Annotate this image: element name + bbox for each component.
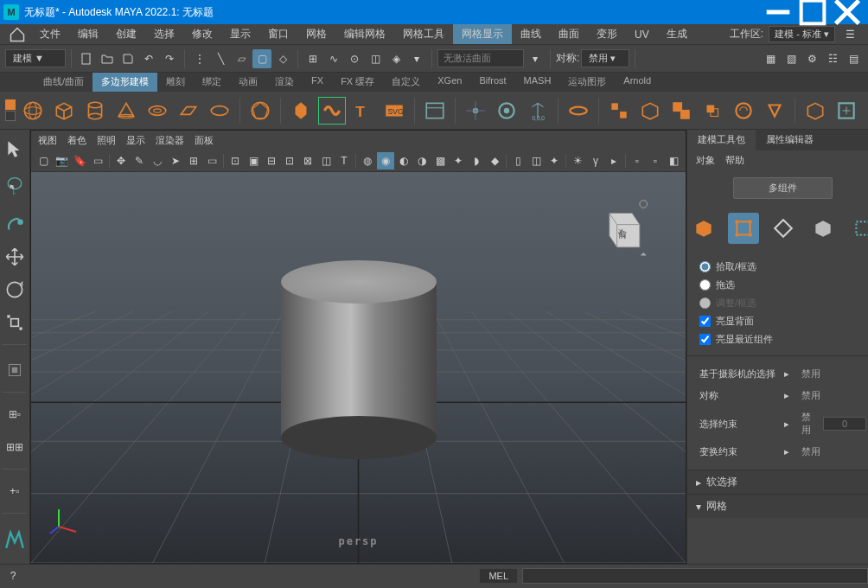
move-tool-icon[interactable] bbox=[0, 242, 29, 272]
vp-menu-renderer[interactable]: 渲染器 bbox=[156, 134, 184, 147]
snap-curve-icon[interactable]: ∿ bbox=[324, 49, 343, 68]
four-view-icon[interactable]: ⊞⊞ bbox=[0, 432, 29, 462]
menu-mesh-tools[interactable]: 网格工具 bbox=[394, 24, 453, 44]
menu-modify[interactable]: 修改 bbox=[183, 24, 221, 44]
vertex-mode-icon[interactable] bbox=[728, 213, 759, 244]
vp-film-gate-icon[interactable]: ▭ bbox=[203, 152, 220, 169]
sweep-mesh-icon[interactable] bbox=[318, 97, 346, 125]
construction-plane-icon[interactable] bbox=[462, 97, 489, 125]
vp-object-display2-icon[interactable]: ▫ bbox=[647, 152, 664, 169]
check-highlight-nearest[interactable]: 亮显最近组件 bbox=[699, 330, 866, 348]
vp-menu-show[interactable]: 显示 bbox=[126, 134, 145, 147]
viewcube[interactable]: 前 右 bbox=[590, 198, 651, 259]
channel-box-icon[interactable]: ▦ bbox=[761, 49, 780, 68]
save-scene-icon[interactable] bbox=[118, 49, 137, 68]
maximize-button[interactable] bbox=[795, 0, 830, 24]
undo-icon[interactable]: ↶ bbox=[139, 49, 158, 68]
platonic-icon[interactable] bbox=[246, 97, 274, 125]
boolean-icon[interactable] bbox=[667, 97, 695, 125]
vp-exposure-icon[interactable]: ☀ bbox=[569, 152, 586, 169]
vp-menu-lighting[interactable]: 照明 bbox=[97, 134, 116, 147]
disc-icon[interactable] bbox=[206, 97, 233, 125]
viewport-3d[interactable]: 前 右 persp bbox=[31, 172, 686, 563]
menu-display[interactable]: 显示 bbox=[221, 24, 259, 44]
scale-tool-icon[interactable] bbox=[0, 308, 29, 337]
cone-icon[interactable] bbox=[112, 97, 140, 125]
shelf-tab-render[interactable]: 渲染 bbox=[266, 73, 303, 92]
shelf-tab-curves[interactable]: 曲线/曲面 bbox=[35, 73, 93, 92]
superellipse-icon[interactable] bbox=[287, 97, 315, 125]
vp-image-plane-icon[interactable]: ▭ bbox=[89, 152, 106, 169]
shelf-tab-xgen[interactable]: XGen bbox=[429, 73, 470, 92]
menu-edit-mesh[interactable]: 编辑网格 bbox=[335, 24, 394, 44]
shelf-tab-fx[interactable]: FX bbox=[303, 73, 332, 92]
modeling-toolkit-icon[interactable]: ▤ bbox=[844, 49, 863, 68]
command-input[interactable] bbox=[522, 568, 868, 584]
vp-xray-icon[interactable]: ◫ bbox=[527, 152, 545, 169]
live-surface-field[interactable]: 无激活曲面 bbox=[437, 49, 524, 67]
vp-gate-mask-icon[interactable]: ▣ bbox=[245, 152, 262, 169]
extrude-icon[interactable] bbox=[699, 97, 726, 125]
rotate-tool-icon[interactable] bbox=[0, 275, 29, 304]
radio-pick-marquee[interactable]: 拾取/框选 bbox=[699, 258, 866, 276]
separate-icon[interactable] bbox=[605, 97, 633, 125]
cube-icon[interactable] bbox=[50, 97, 78, 125]
soft-select-icon[interactable] bbox=[493, 97, 520, 125]
vp-safe-title-icon[interactable]: ⊠ bbox=[299, 152, 316, 169]
layer-editor-icon[interactable]: ▧ bbox=[782, 49, 801, 68]
vp-shadows-icon[interactable]: ▩ bbox=[431, 152, 449, 169]
workspace-menu-icon[interactable]: ☰ bbox=[840, 25, 859, 44]
vp-arrow-icon[interactable]: ➤ bbox=[167, 152, 184, 169]
close-button[interactable] bbox=[830, 0, 865, 24]
attr-editor-icon[interactable]: ☷ bbox=[823, 49, 842, 68]
radio-drag[interactable]: 拖选 bbox=[699, 276, 866, 294]
vp-grease-pencil-icon[interactable]: ✎ bbox=[131, 152, 148, 169]
menu-deform[interactable]: 变形 bbox=[588, 24, 626, 44]
object-mode-icon[interactable] bbox=[688, 213, 719, 244]
more-tools-icon[interactable] bbox=[833, 97, 860, 125]
select-vertex-icon[interactable]: ⋮ bbox=[190, 49, 209, 68]
shelf-tab-bifrost[interactable]: Bifrost bbox=[470, 73, 514, 92]
select-object-icon[interactable]: ▢ bbox=[252, 49, 271, 68]
tool-settings-icon[interactable]: ⚙ bbox=[802, 49, 821, 68]
snap-live-icon[interactable]: ◈ bbox=[386, 49, 405, 68]
shelf-tab-rigging[interactable]: 绑定 bbox=[194, 73, 230, 92]
cylinder-object[interactable] bbox=[281, 260, 437, 459]
snap-toggle-icon[interactable]: ▾ bbox=[407, 49, 426, 68]
vp-smooth-shade-icon[interactable]: ◉ bbox=[377, 152, 394, 169]
bridge-icon[interactable] bbox=[730, 97, 757, 125]
live-surface-toggle-icon[interactable]: ▾ bbox=[526, 49, 545, 68]
vp-menu-panels[interactable]: 面板 bbox=[195, 134, 214, 147]
cylinder-icon[interactable] bbox=[81, 97, 109, 125]
vp-menu-view[interactable]: 视图 bbox=[38, 134, 57, 147]
menu-uv[interactable]: UV bbox=[626, 26, 658, 43]
shelf-tab-mash[interactable]: MASH bbox=[515, 73, 560, 92]
collapse-mesh[interactable]: ▾网格 bbox=[687, 494, 868, 518]
select-constraint-value-input[interactable] bbox=[823, 417, 866, 431]
help-icon[interactable]: ? bbox=[0, 570, 26, 582]
maya-logo-icon[interactable] bbox=[0, 521, 29, 559]
vp-grid-icon[interactable]: ⊞ bbox=[185, 152, 202, 169]
shelf-tab-sculpt[interactable]: 雕刻 bbox=[157, 73, 194, 92]
paint-select-tool-icon[interactable] bbox=[0, 209, 29, 239]
snap-plane-icon[interactable]: ◫ bbox=[366, 49, 385, 68]
shelf-tab-custom[interactable]: 自定义 bbox=[383, 73, 429, 92]
menu-edit[interactable]: 编辑 bbox=[69, 24, 107, 44]
vp-bookmark-icon[interactable]: 🔖 bbox=[71, 152, 88, 169]
snap-together-icon[interactable]: 0,0,0 bbox=[524, 97, 552, 125]
row-symmetry[interactable]: 对称▸ 禁用 bbox=[699, 385, 866, 406]
select-tool-icon[interactable] bbox=[0, 135, 29, 164]
vp-ao-icon[interactable]: ✦ bbox=[450, 152, 467, 169]
menu-create[interactable]: 创建 bbox=[107, 24, 145, 44]
menu-generate[interactable]: 生成 bbox=[658, 24, 696, 44]
tab-attribute-editor[interactable]: 属性编辑器 bbox=[756, 130, 824, 150]
poly-type-icon[interactable]: T bbox=[349, 97, 377, 125]
snap-point-icon[interactable]: ⊙ bbox=[345, 49, 364, 68]
vp-view-transform-icon[interactable]: ▸ bbox=[605, 152, 622, 169]
symmetry-dropdown[interactable]: 禁用 ▾ bbox=[581, 49, 629, 67]
snap-grid-icon[interactable]: ⊞ bbox=[303, 49, 322, 68]
shelf-tab-motion[interactable]: 运动图形 bbox=[559, 73, 615, 92]
vp-wireframe-icon[interactable]: ◫ bbox=[317, 152, 335, 169]
workspace-dropdown[interactable]: 建模 - 标准 ▾ bbox=[769, 26, 835, 42]
menu-mesh-display[interactable]: 网格显示 bbox=[453, 24, 512, 44]
